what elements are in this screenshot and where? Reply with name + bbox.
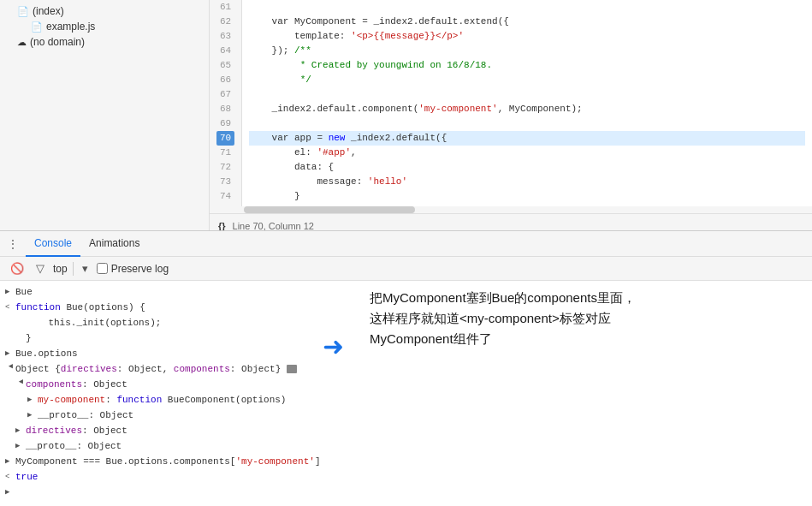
- code-line-69: [249, 116, 805, 131]
- tab-console[interactable]: Console: [26, 231, 80, 257]
- code-line-66: */: [249, 73, 805, 87]
- expand-arrow-object[interactable]: ▼: [6, 364, 15, 374]
- code-line-63: template: '<p>{{message}}</p>': [249, 29, 805, 44]
- tab-animations[interactable]: Animations: [80, 231, 148, 257]
- file-icon-index: 📄: [17, 6, 29, 17]
- console-text-mycomponent: my-component: function BueComponent(opti…: [38, 395, 286, 405]
- expand-arrow-bue[interactable]: ▶: [5, 287, 15, 296]
- devtools-toolbar: ⋮ Console Animations: [0, 231, 812, 257]
- console-left: ▶ Bue < function Bue(options) { this._in…: [0, 281, 359, 506]
- line-num-69: 69: [216, 116, 234, 131]
- annotation-arrow: ➜: [323, 326, 344, 367]
- code-line-70: var app = new _index2.default({: [249, 131, 805, 146]
- expand-arrow-prompt: ▶: [5, 487, 15, 497]
- console-line-fn-bue[interactable]: < function Bue(options) {: [0, 300, 359, 315]
- console-line-close[interactable]: }: [0, 330, 359, 346]
- expand-arrow-directives[interactable]: ▶: [15, 426, 26, 435]
- console-line-proto1[interactable]: ▶ __proto__: Object: [0, 408, 359, 423]
- dropdown-arrow-icon[interactable]: ▾: [79, 260, 92, 277]
- console-line-components[interactable]: ▼ components: Object: [0, 377, 359, 392]
- filter-top-label: top: [53, 263, 68, 275]
- expand-arrow-true: <: [5, 473, 15, 481]
- file-item-examplejs[interactable]: 📄 example.js: [0, 19, 209, 34]
- line-num-66: 66: [216, 73, 234, 87]
- console-line-object[interactable]: ▼ Object {directives: Object, components…: [0, 361, 359, 377]
- file-item-index[interactable]: 📄 (index): [0, 3, 209, 19]
- line-num-74: 74: [216, 189, 234, 204]
- line-num-73: 73: [216, 175, 234, 189]
- console-line-mycomponent[interactable]: ▶ my-component: function BueComponent(op…: [0, 392, 359, 408]
- console-annotation: ➜ 把MyComponent塞到Bue的components里面， 这样程序就知…: [370, 288, 636, 349]
- console-text-proto2: __proto__: Object: [26, 441, 122, 451]
- filter-icon[interactable]: ▽: [33, 260, 48, 277]
- line-num-71: 71: [216, 146, 234, 160]
- expand-arrow-fn-bue: <: [5, 303, 15, 312]
- line-num-62: 62: [216, 15, 234, 29]
- file-label-index: (index): [33, 5, 64, 17]
- line-num-72: 72: [216, 160, 234, 175]
- console-text-bue: Bue: [15, 287, 33, 297]
- console-text-components: components: Object: [26, 379, 127, 390]
- console-line-prompt[interactable]: ▶: [0, 485, 359, 500]
- code-editor: 61 62 63 64 65 66 67 68 69 70 71 72 73 7…: [210, 0, 812, 230]
- console-text-object: Object {directives: Object, components: …: [15, 364, 297, 374]
- preserve-log-text: Preserve log: [111, 263, 169, 275]
- console-line-directives[interactable]: ▶ directives: Object: [0, 423, 359, 438]
- file-label-examplejs: example.js: [46, 21, 95, 33]
- expand-arrow-components[interactable]: ▼: [16, 379, 25, 390]
- console-text-mycomp-eq: MyComponent === Bue.options.components['…: [15, 456, 320, 467]
- file-label-nodomain: (no domain): [30, 36, 85, 48]
- preserve-log-label[interactable]: Preserve log: [97, 263, 169, 275]
- line-num-70: 70: [216, 131, 234, 146]
- expand-arrow-proto2[interactable]: ▶: [15, 441, 26, 450]
- annotation-text: 把MyComponent塞到Bue的components里面， 这样程序就知道<…: [370, 290, 636, 346]
- code-scrollbar[interactable]: [210, 206, 812, 213]
- code-content[interactable]: var MyComponent = _index2.default.extend…: [242, 0, 812, 206]
- expand-arrow-proto1[interactable]: ▶: [27, 410, 38, 420]
- tab-animations-label: Animations: [89, 237, 139, 249]
- top-panel: 📄 (index) 📄 example.js ☁ (no domain) 61 …: [0, 0, 812, 231]
- line-num-65: 65: [216, 58, 234, 73]
- line-num-64: 64: [216, 44, 234, 58]
- console-line-bue[interactable]: ▶ Bue: [0, 284, 359, 300]
- expand-arrow-bue-options[interactable]: ▶: [5, 348, 15, 358]
- console-text-proto1: __proto__: Object: [38, 410, 133, 420]
- tab-console-label: Console: [34, 237, 72, 249]
- console-text-directives: directives: Object: [26, 426, 127, 436]
- code-line-68: _index2.default.component('my-component'…: [249, 102, 805, 116]
- console-output: ▶ Bue < function Bue(options) { this._in…: [0, 281, 812, 506]
- console-text-close: }: [26, 333, 32, 343]
- code-line-71: el: '#app',: [249, 146, 805, 160]
- line-num-63: 63: [216, 29, 234, 44]
- console-line-init[interactable]: this._init(options);: [0, 315, 359, 330]
- code-line-72: data: {: [249, 160, 805, 175]
- expand-arrow-mycomponent[interactable]: ▶: [27, 395, 38, 404]
- cursor-position: Line 70, Column 12: [233, 221, 314, 231]
- preserve-log-checkbox[interactable]: [97, 263, 108, 274]
- line-num-68: 68: [216, 102, 234, 116]
- code-scrollbar-thumb[interactable]: [244, 206, 415, 213]
- code-line-74: }: [249, 189, 805, 204]
- console-right: ➜ 把MyComponent塞到Bue的components里面， 这样程序就知…: [359, 281, 812, 506]
- file-tree: 📄 (index) 📄 example.js ☁ (no domain): [0, 0, 210, 230]
- code-line-61: [249, 0, 805, 15]
- console-line-true[interactable]: < true: [0, 469, 359, 485]
- console-text-fn-bue: function Bue(options) {: [15, 302, 145, 313]
- file-item-nodomain[interactable]: ☁ (no domain): [0, 34, 209, 50]
- status-bar: {} Line 70, Column 12: [210, 213, 812, 230]
- file-icon-examplejs: 📄: [31, 21, 43, 33]
- console-line-bue-options[interactable]: ▶ Bue.options: [0, 346, 359, 361]
- code-line-67: [249, 87, 805, 102]
- code-line-64: }); /**: [249, 44, 805, 58]
- code-line-65: * Created by youngwind on 16/8/18.: [249, 58, 805, 73]
- console-text-true: true: [15, 472, 38, 482]
- file-icon-nodomain: ☁: [17, 37, 27, 48]
- devtools-menu-icon[interactable]: ⋮: [7, 237, 19, 251]
- line-num-67: 67: [216, 87, 234, 102]
- console-line-proto2[interactable]: ▶ __proto__: Object: [0, 438, 359, 454]
- console-line-mycomp-eq[interactable]: ▶ MyComponent === Bue.options.components…: [0, 454, 359, 469]
- clear-console-icon[interactable]: 🚫: [7, 260, 27, 277]
- code-line-62: var MyComponent = _index2.default.extend…: [249, 15, 805, 29]
- expand-arrow-mycomp-eq[interactable]: ▶: [5, 456, 15, 466]
- toolbar-separator: [73, 262, 74, 276]
